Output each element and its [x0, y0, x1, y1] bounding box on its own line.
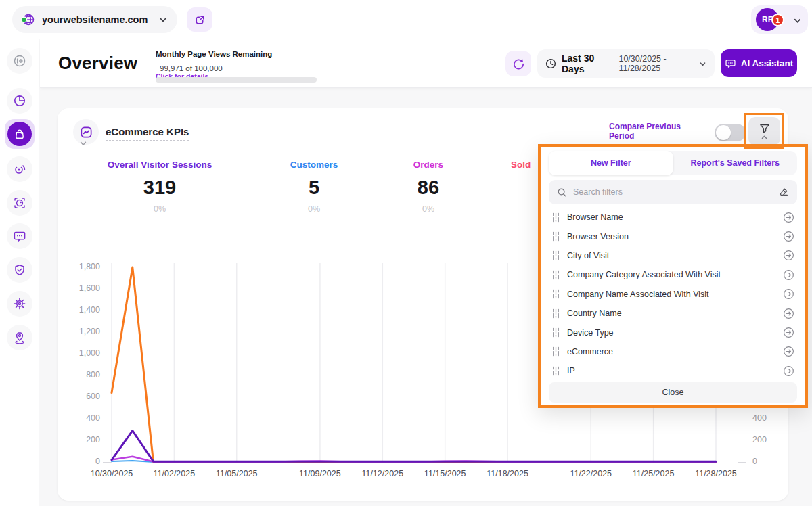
filter-row[interactable]: eCommerce — [541, 342, 805, 361]
y-axis-tick-label: 0 — [62, 457, 100, 466]
x-axis-tick-label: 11/25/2025 — [623, 469, 684, 478]
website-name: yourwebsitename.com — [42, 14, 148, 25]
sliders-grip-icon[interactable] — [551, 212, 560, 223]
sidebar-item-ecommerce[interactable] — [5, 119, 35, 149]
y-axis-tick-label: 1,400 — [62, 305, 100, 315]
filter-row[interactable]: Browser Name — [541, 208, 805, 227]
period-range: 10/30/2025 - 11/28/2025 — [618, 54, 696, 73]
filter-button[interactable] — [748, 117, 780, 145]
sidebar-item-location[interactable] — [7, 325, 32, 350]
filter-row[interactable]: Company Name Associated With Visit — [541, 285, 805, 304]
shield-check-icon — [13, 263, 26, 277]
filter-row[interactable]: Country Name — [541, 304, 805, 323]
date-range-selector[interactable]: Last 30 Days 10/30/2025 - 11/28/2025 — [537, 49, 715, 78]
compare-toggle[interactable] — [715, 124, 746, 141]
sidebar-item-settings[interactable] — [7, 291, 32, 317]
kpi-change: 0% — [263, 204, 365, 214]
filter-row-label: IP — [567, 366, 575, 375]
chat-bubble-icon — [13, 229, 26, 243]
arrow-right-circle-icon[interactable] — [783, 231, 794, 242]
chevron-down-icon[interactable] — [79, 139, 87, 147]
filter-row[interactable]: Device Type — [541, 323, 805, 342]
filter-list: Browser NameBrowser VersionCity of Visit… — [541, 208, 805, 381]
chevron-down-icon — [158, 15, 168, 24]
sliders-grip-icon[interactable] — [551, 366, 560, 376]
kpi-label[interactable]: Orders — [384, 160, 472, 170]
user-menu[interactable]: RF 1 — [751, 5, 808, 34]
y-axis-tick-label: 1,600 — [62, 283, 100, 293]
tab-new-filter[interactable]: New Filter — [549, 151, 673, 175]
x-axis-tick-label: 11/05/2025 — [206, 469, 267, 478]
filter-search-bar — [549, 180, 797, 204]
sidebar-item-expand[interactable] — [7, 48, 32, 74]
kpi-label[interactable]: Customers — [263, 160, 365, 170]
ai-assistant-button[interactable]: AI Assistant — [721, 49, 797, 77]
kpi-customers: Customers 5 0% — [263, 160, 365, 214]
sidebar-item-feedback[interactable] — [7, 223, 32, 249]
kpi-value: 5 — [263, 177, 365, 199]
compare-label[interactable]: Compare Previous Period — [609, 122, 708, 141]
card-title[interactable]: eCommerce KPIs — [106, 126, 189, 141]
filter-row[interactable]: IP — [541, 361, 805, 380]
filter-panel: New Filter Report's Saved Filters Browse… — [538, 144, 808, 408]
sidebar-item-dashboard[interactable] — [7, 88, 32, 114]
chevron-down-icon — [699, 60, 706, 68]
y-axis-tick-label: 1,000 — [62, 348, 100, 358]
kpi-change: 0% — [82, 204, 238, 214]
location-pin-icon — [13, 331, 26, 344]
y-axis-tick-label: 400 — [62, 413, 100, 423]
chevron-down-icon — [793, 16, 802, 25]
arrow-right-circle-icon[interactable] — [783, 327, 794, 338]
sliders-grip-icon[interactable] — [551, 250, 560, 260]
top-bar: yourwebsitename.com RF 1 — [0, 0, 812, 39]
page-header: Overview Monthly Page Views Remaining 99… — [40, 39, 812, 88]
sidebar-item-privacy[interactable] — [7, 257, 32, 283]
search-filters-input[interactable] — [573, 187, 778, 197]
arrow-right-circle-icon[interactable] — [783, 288, 794, 300]
x-axis-tick-label: 10/30/2025 — [81, 469, 142, 478]
period-label: Last 30 Days — [562, 53, 610, 74]
arrow-right-circle-icon[interactable] — [783, 269, 794, 281]
arrow-right-circle-icon[interactable] — [783, 250, 794, 261]
quota-value: 99,971 of 100,000 — [160, 64, 223, 72]
y-axis-tick-label: 600 — [62, 392, 100, 401]
ai-assistant-label: AI Assistant — [741, 58, 794, 68]
refresh-button[interactable] — [505, 51, 531, 76]
radar-icon — [13, 162, 26, 176]
sidebar-item-behaviour[interactable] — [7, 156, 32, 182]
filter-row[interactable]: Browser Version — [541, 227, 805, 246]
filter-row[interactable]: Company Category Associated With Visit — [541, 265, 805, 284]
globe-icon — [22, 13, 35, 26]
filter-row-label: eCommerce — [567, 347, 613, 356]
arrow-right-circle-icon[interactable] — [783, 346, 794, 357]
sidebar-nav — [0, 39, 39, 506]
filter-row-label: Browser Name — [567, 212, 623, 222]
y-axis-tick-label: 1,800 — [62, 262, 100, 271]
clear-search-icon[interactable] — [778, 187, 789, 198]
open-website-button[interactable] — [187, 7, 212, 32]
arrow-right-circle-icon[interactable] — [783, 212, 794, 223]
close-button[interactable]: Close — [549, 382, 797, 402]
sliders-grip-icon[interactable] — [551, 289, 560, 299]
y-axis-tick-label: 200 — [62, 435, 100, 444]
clock-icon — [545, 58, 556, 69]
sliders-grip-icon[interactable] — [551, 231, 560, 242]
arrow-right-circle-icon[interactable] — [783, 365, 794, 377]
axis-zero-tick — [103, 462, 112, 463]
sliders-grip-icon[interactable] — [551, 327, 560, 338]
settings-gear-icon — [13, 297, 26, 310]
shopping-bag-icon — [14, 128, 26, 140]
right-y-axis-tick-label: 0 — [752, 457, 757, 466]
filter-row[interactable]: City of Visit — [541, 246, 805, 265]
quota-block: Monthly Page Views Remaining 99,971 of 1… — [156, 47, 332, 80]
filter-row-label: Country Name — [567, 308, 622, 318]
sliders-grip-icon[interactable] — [551, 346, 560, 356]
sidebar-item-recordings[interactable] — [7, 190, 32, 216]
sliders-grip-icon[interactable] — [551, 308, 560, 319]
website-selector[interactable]: yourwebsitename.com — [12, 6, 177, 33]
tab-saved-filters[interactable]: Report's Saved Filters — [673, 151, 798, 175]
sliders-grip-icon[interactable] — [551, 270, 560, 280]
kpi-label[interactable]: Overall Visitor Sessions — [82, 160, 238, 170]
axis-zero-tick — [738, 462, 746, 463]
arrow-right-circle-icon[interactable] — [783, 308, 794, 319]
